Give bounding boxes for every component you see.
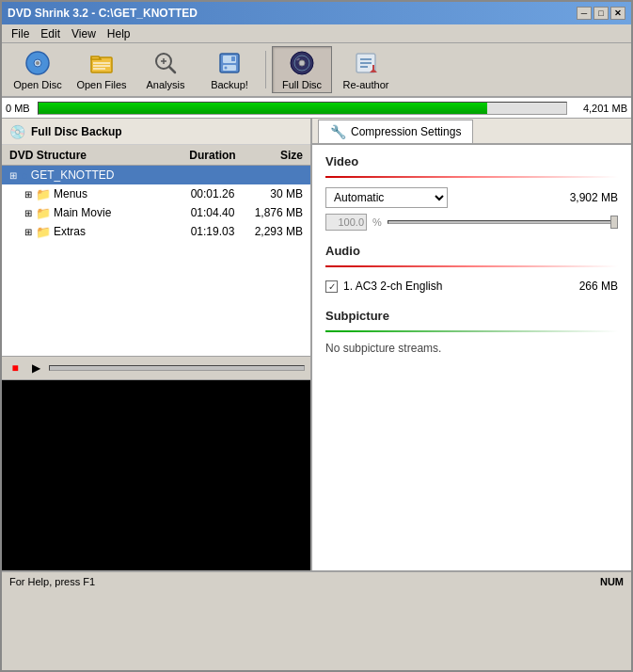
item-duration: 01:19.03	[175, 225, 250, 238]
compression-tab-bar: 🔧 Compression Settings	[312, 119, 631, 145]
seek-bar[interactable]	[49, 365, 305, 371]
item-name: Main Movie	[54, 206, 175, 219]
menu-help[interactable]: Help	[102, 25, 136, 42]
analysis-icon	[152, 50, 179, 76]
left-panel: 💿 Full Disc Backup DVD Structure Duratio…	[2, 119, 312, 570]
svg-line-5	[169, 67, 175, 72]
expand-icon: ⊞	[6, 170, 21, 181]
subpicture-section-title: Subpicture	[325, 309, 618, 323]
toolbar-separator	[265, 51, 266, 88]
re-author-button[interactable]: Re-author	[336, 46, 396, 93]
open-disc-icon	[24, 50, 51, 76]
audio-item-1: ✓ 1. AC3 2-ch English 266 MB	[325, 277, 618, 296]
full-disc-button[interactable]: Full Disc	[272, 46, 332, 93]
item-size: 2,293 MB	[250, 225, 307, 238]
toolbar: Open Disc Open Files Analysis	[2, 43, 631, 98]
status-help-text: For Help, press F1	[9, 576, 95, 587]
video-display	[2, 380, 310, 570]
item-name: Menus	[54, 187, 175, 200]
video-dropdown-row: Automatic Custom No Compression 3,902 MB	[325, 187, 618, 208]
tree-col-size: Size	[250, 149, 307, 162]
main-content: 💿 Full Disc Backup DVD Structure Duratio…	[2, 119, 631, 570]
tree-item-extras[interactable]: ⊞ 📁 Extras 01:19.03 2,293 MB	[2, 222, 310, 241]
audio-section-divider	[325, 265, 618, 267]
stop-button[interactable]: ■	[8, 360, 23, 376]
svg-point-12	[225, 66, 228, 69]
compression-tab-label: Compression Settings	[351, 125, 461, 138]
progress-bar-fill	[39, 103, 487, 114]
tree-view: ⊞ ● GET_KNOTTED ⊞ 📁 Menus 00:01.26 30 MB…	[2, 166, 310, 356]
progress-left-label: 0 MB	[6, 103, 34, 114]
close-button[interactable]: ✕	[610, 7, 625, 20]
item-size: 30 MB	[250, 187, 307, 200]
progress-area: 0 MB 4,201 MB	[2, 98, 631, 119]
subpicture-section: Subpicture No subpicture streams.	[325, 309, 618, 355]
tree-header: DVD Structure Duration Size	[2, 145, 310, 166]
audio-size: 266 MB	[579, 280, 618, 293]
percent-input[interactable]: 100.0	[325, 214, 367, 231]
open-files-label: Open Files	[76, 79, 126, 90]
backup-button[interactable]: Backup!	[199, 46, 260, 93]
tree-item-main-movie[interactable]: ⊞ 📁 Main Movie 01:04.40 1,876 MB	[2, 203, 310, 222]
backup-icon	[216, 50, 243, 76]
panel-title: 💿 Full Disc Backup	[2, 119, 310, 145]
progress-right-label: 4,201 MB	[571, 103, 627, 114]
item-duration: 00:01.26	[175, 187, 250, 200]
compression-settings-tab[interactable]: 🔧 Compression Settings	[318, 120, 473, 143]
title-bar: DVD Shrink 3.2 - C:\GET_KNOTTED ─ □ ✕	[2, 2, 631, 24]
tree-col-name: DVD Structure	[6, 149, 175, 162]
item-size: 1,876 MB	[250, 206, 307, 219]
open-disc-label: Open Disc	[13, 79, 61, 90]
item-name: GET_KNOTTED	[31, 168, 175, 182]
disc-icon: ●	[21, 168, 28, 183]
full-disc-icon	[289, 50, 315, 76]
open-files-icon	[88, 50, 115, 76]
expand-icon: ⊞	[21, 208, 36, 218]
progress-bar-container	[38, 102, 567, 115]
re-author-icon	[353, 50, 379, 76]
window-controls: ─ □ ✕	[577, 7, 625, 20]
compression-tab-icon: 🔧	[330, 124, 346, 139]
audio-checkbox[interactable]: ✓	[325, 280, 338, 293]
video-section: Video Automatic Custom No Compression 3,…	[325, 154, 618, 231]
menu-view[interactable]: View	[66, 25, 102, 42]
open-files-button[interactable]: Open Files	[71, 46, 132, 93]
slider-track	[388, 220, 618, 224]
play-button[interactable]: ▶	[28, 360, 43, 376]
status-num-indicator: NUM	[600, 576, 624, 587]
video-section-title: Video	[325, 154, 618, 168]
video-controls: ■ ▶	[2, 356, 310, 380]
video-slider[interactable]	[388, 214, 618, 231]
tree-item-get-knotted[interactable]: ⊞ ● GET_KNOTTED	[2, 166, 310, 184]
folder-icon: 📁	[36, 225, 51, 239]
menu-file[interactable]: File	[6, 25, 35, 42]
right-panel: 🔧 Compression Settings Video Automatic C…	[312, 119, 631, 570]
maximize-button[interactable]: □	[593, 7, 609, 20]
item-name: Extras	[54, 225, 175, 238]
minimize-button[interactable]: ─	[577, 7, 592, 20]
analysis-label: Analysis	[147, 79, 185, 90]
video-size-label: 3,902 MB	[570, 191, 618, 204]
backup-label: Backup!	[211, 79, 248, 90]
folder-icon: 📁	[36, 206, 51, 220]
tree-item-menus[interactable]: ⊞ 📁 Menus 00:01.26 30 MB	[2, 184, 310, 203]
open-disc-button[interactable]: Open Disc	[8, 46, 68, 93]
audio-section-title: Audio	[325, 244, 618, 258]
slider-thumb[interactable]	[610, 216, 618, 229]
audio-label: 1. AC3 2-ch English	[343, 280, 574, 293]
item-duration: 01:04.40	[175, 206, 250, 219]
svg-rect-10	[231, 56, 235, 61]
video-section-divider	[325, 176, 618, 178]
full-disc-label: Full Disc	[282, 79, 322, 90]
expand-icon: ⊞	[21, 227, 36, 237]
no-streams-text: No subpicture streams.	[325, 338, 441, 359]
video-compression-dropdown[interactable]: Automatic Custom No Compression	[325, 187, 448, 208]
expand-icon: ⊞	[21, 189, 36, 200]
video-slider-row: 100.0 %	[325, 214, 618, 231]
menu-edit[interactable]: Edit	[35, 25, 66, 42]
svg-point-2	[36, 61, 40, 65]
subpicture-section-divider	[325, 330, 618, 332]
analysis-button[interactable]: Analysis	[135, 46, 196, 93]
svg-point-15	[299, 60, 305, 66]
re-author-label: Re-author	[343, 79, 389, 90]
